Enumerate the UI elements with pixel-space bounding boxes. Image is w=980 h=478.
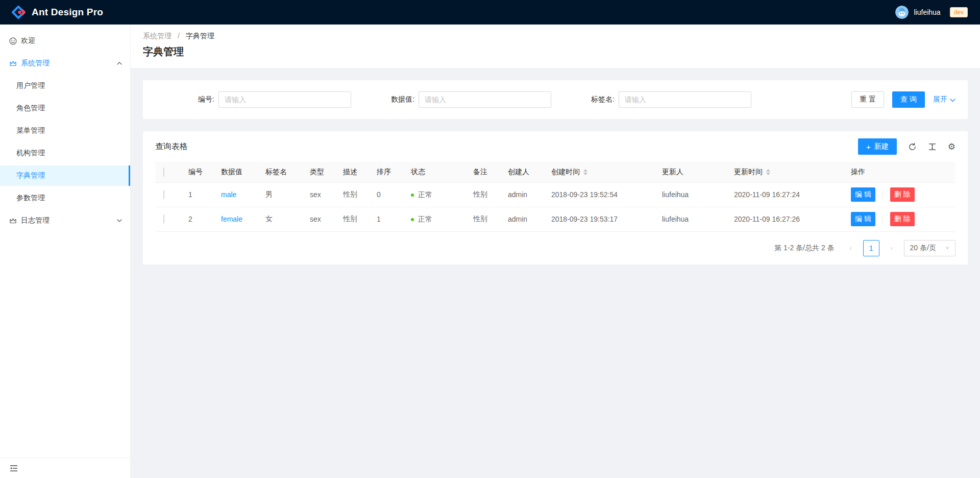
sidebar-item-label: 系统管理 [21, 59, 50, 68]
smile-icon [9, 37, 17, 45]
brand[interactable]: Ant Design Pro [11, 5, 103, 19]
col-header-updater: 更新人 [654, 162, 726, 182]
breadcrumb-parent[interactable]: 系统管理 [143, 32, 172, 40]
pagination: 第 1-2 条/总共 2 条 ‹ 1 › 20 条/页 ∨ [143, 232, 968, 256]
cell-sort: 0 [369, 182, 403, 207]
breadcrumb-separator: / [178, 32, 180, 40]
status-label: 正常 [418, 215, 432, 224]
cell-update-time: 2020-11-09 16:27:24 [726, 182, 843, 207]
sort-carets-icon [766, 169, 770, 175]
search-button[interactable]: 查 询 [892, 91, 925, 108]
cell-create-time: 2018-09-23 19:53:17 [543, 207, 654, 231]
reload-icon[interactable] [908, 142, 917, 151]
sidebar-item-dict-mgmt[interactable]: 字典管理 [0, 165, 130, 186]
menu-fold-icon[interactable] [9, 464, 18, 473]
chevron-up-icon [117, 62, 122, 65]
col-header-create-time[interactable]: 创建时间 [543, 162, 654, 182]
sort-carets-icon [583, 169, 587, 175]
col-header-id: 编号 [180, 162, 213, 182]
sidebar-item-label: 菜单管理 [16, 126, 45, 135]
sidebar-item-org-mgmt[interactable]: 机构管理 [0, 143, 130, 163]
sidebar-item-label: 日志管理 [21, 216, 50, 225]
status-dot-icon [411, 218, 414, 221]
table-title: 查询表格 [155, 141, 188, 152]
crown-icon [9, 217, 17, 225]
row-checkbox[interactable] [163, 214, 164, 224]
sidebar-item-label: 用户管理 [16, 81, 45, 90]
dict-table: 编号 数据值 标签名 类型 描述 排序 状态 备注 创建人 创建时间 [155, 162, 955, 232]
cell-tag: 女 [257, 207, 302, 231]
edit-button[interactable]: 编 辑 [851, 187, 875, 202]
sidebar-item-label: 机构管理 [16, 149, 45, 158]
col-header-tag: 标签名 [257, 162, 302, 182]
density-icon[interactable] [928, 142, 937, 151]
delete-button[interactable]: 删 除 [890, 212, 915, 226]
page-size-value: 20 条/页 [910, 244, 936, 253]
status-badge: 正常 [411, 190, 432, 200]
cell-update-time: 2020-11-09 16:27:26 [726, 207, 843, 231]
table-row: 2 female 女 sex 性别 1 正常 [155, 207, 955, 231]
sidebar-item-system[interactable]: 系统管理 [0, 53, 130, 74]
col-header-creator: 创建人 [500, 162, 543, 182]
reset-button[interactable]: 重 置 [851, 91, 884, 108]
expand-label: 展开 [933, 95, 947, 104]
crown-icon [9, 60, 17, 67]
cell-value-link[interactable]: female [221, 215, 242, 223]
page-size-select[interactable]: 20 条/页 ∨ [904, 240, 955, 256]
row-checkbox[interactable] [163, 190, 164, 199]
page-number-button[interactable]: 1 [863, 240, 879, 256]
col-header-update-time[interactable]: 更新时间 [726, 162, 843, 182]
search-form: 编号: 数据值: 标签名: 重 置 查 询 展开 [143, 80, 968, 119]
chevron-down-icon [117, 219, 122, 222]
user-avatar[interactable] [895, 6, 909, 19]
cell-type: sex [302, 207, 335, 231]
new-button-label: 新建 [874, 142, 889, 151]
username[interactable]: liufeihua [914, 8, 940, 16]
prev-page-button[interactable]: ‹ [843, 240, 859, 256]
sidebar: 欢迎 系统管理 用户管理 角色管理 菜单管理 机构管理 字典管理 [0, 25, 131, 478]
id-input[interactable] [218, 91, 351, 108]
sidebar-item-welcome[interactable]: 欢迎 [0, 31, 130, 51]
app-logo-icon [11, 5, 26, 19]
col-header-status: 状态 [403, 162, 465, 182]
env-tag: dev [950, 7, 968, 17]
sidebar-item-user-mgmt[interactable]: 用户管理 [0, 76, 130, 96]
col-header-remark: 备注 [465, 162, 500, 182]
expand-toggle[interactable]: 展开 [933, 95, 955, 104]
cell-sort: 1 [369, 207, 403, 231]
cell-id: 1 [180, 182, 213, 207]
sidebar-item-label: 角色管理 [16, 104, 45, 113]
col-header-type: 类型 [302, 162, 335, 182]
pagination-total: 第 1-2 条/总共 2 条 [774, 244, 834, 253]
tag-input[interactable] [619, 91, 751, 108]
edit-button[interactable]: 编 辑 [851, 212, 875, 226]
delete-button[interactable]: 删 除 [890, 187, 915, 202]
cell-creator: admin [500, 207, 543, 231]
cell-create-time: 2018-09-23 19:52:54 [543, 182, 654, 207]
breadcrumb: 系统管理 / 字典管理 [143, 32, 968, 41]
cell-value-link[interactable]: male [221, 190, 236, 199]
sidebar-item-log-mgmt[interactable]: 日志管理 [0, 210, 130, 231]
cell-desc: 性别 [335, 207, 369, 231]
settings-gear-icon[interactable]: ⚙ [948, 142, 955, 151]
col-header-sort: 排序 [369, 162, 403, 182]
page-title: 字典管理 [143, 44, 968, 59]
sidebar-item-label: 字典管理 [16, 171, 45, 180]
next-page-button[interactable]: › [884, 240, 900, 256]
action-divider [883, 216, 883, 223]
field-label-tag: 标签名: [591, 95, 615, 104]
sidebar-item-label: 欢迎 [21, 36, 35, 45]
value-input[interactable] [419, 91, 551, 108]
sidebar-item-role-mgmt[interactable]: 角色管理 [0, 98, 130, 118]
cell-tag: 男 [257, 182, 302, 207]
select-all-checkbox[interactable] [163, 168, 164, 177]
breadcrumb-current: 字典管理 [186, 32, 214, 40]
sidebar-item-param-mgmt[interactable]: 参数管理 [0, 188, 130, 208]
cell-desc: 性别 [335, 182, 369, 207]
col-header-desc: 描述 [335, 162, 369, 182]
new-button[interactable]: + 新建 [858, 138, 897, 155]
chevron-down-icon [950, 95, 955, 104]
cell-updater: liufeihua [654, 207, 726, 231]
sidebar-item-menu-mgmt[interactable]: 菜单管理 [0, 121, 130, 141]
col-header-actions: 操作 [843, 162, 955, 182]
